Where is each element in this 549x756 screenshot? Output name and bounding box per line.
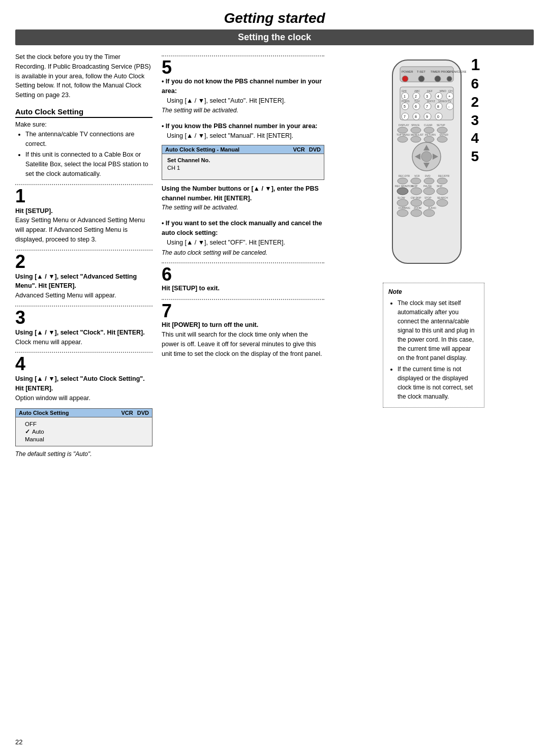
manual-dialog-title: Auto Clock Setting - Manual	[165, 146, 239, 153]
svg-text:MENULIST: MENULIST	[411, 133, 423, 136]
svg-point-75	[411, 178, 421, 184]
svg-text:2: 2	[415, 95, 417, 98]
svg-text:TOP MENU: TOP MENU	[396, 133, 410, 136]
svg-point-76	[424, 178, 434, 184]
dots-line-3	[15, 306, 152, 307]
manual-dialog-vcr-dvd: VCR DVD	[293, 146, 321, 153]
dots-line-6	[162, 262, 324, 263]
right-num-5: 5	[471, 148, 480, 165]
svg-point-8	[435, 76, 441, 82]
step-1-body: Easy Setting Menu or Advanced Setting Me…	[15, 216, 152, 244]
step-2-number: 2	[15, 253, 25, 271]
ch-value-row: CH 1	[167, 165, 319, 171]
bullet-manual-title: • If you want to set the clock manually …	[162, 219, 324, 238]
svg-text:STOP: STOP	[424, 196, 432, 199]
svg-point-77	[437, 178, 447, 184]
right-num-3: 3	[471, 112, 480, 129]
svg-text:PAUSE: PAUSE	[423, 185, 432, 188]
step-3-heading: Using [▲ / ▼], select "Clock". Hit [ENTE…	[15, 328, 152, 338]
make-sure-item-2: If this unit is connected to a Cable Box…	[25, 150, 152, 178]
right-num-1: 6	[471, 75, 479, 93]
note-title: Note	[388, 287, 479, 296]
svg-point-97	[397, 209, 408, 217]
svg-text:MNO: MNO	[440, 89, 447, 93]
note-item-2: If the current time is not displayed or …	[398, 365, 479, 401]
svg-text:CLEAR: CLEAR	[424, 124, 433, 127]
svg-point-9	[447, 76, 452, 81]
svg-point-74	[398, 178, 408, 184]
svg-text:5: 5	[404, 105, 406, 108]
svg-point-92	[423, 199, 435, 206]
svg-text:RETURN: RETURN	[425, 133, 436, 136]
page-title-bar: Getting started	[15, 10, 534, 26]
right-column: POWER T-SET TIMER PROG. OPEN/CLOSE GHI	[333, 52, 534, 408]
set-channel-row: Set Channel No.	[167, 157, 319, 163]
svg-point-98	[411, 209, 422, 217]
step-1-heading: Hit [SETUP].	[15, 206, 152, 216]
manual-dialog-body: Set Channel No. CH 1	[162, 154, 324, 179]
dots-line-4	[15, 352, 152, 353]
no-pbs-note: The setting will be activated.	[162, 107, 324, 114]
svg-text:WXYZ: WXYZ	[427, 100, 436, 103]
svg-text:OPEN/CLOSE: OPEN/CLOSE	[447, 70, 466, 73]
svg-text:SPACE: SPACE	[411, 124, 420, 127]
auto-clock-dialog: Auto Clock Setting VCR DVD OFF ✓ Auto Ma…	[15, 408, 152, 446]
auto-clock-title: Auto Clock Setting	[15, 107, 152, 118]
svg-text:REC/DTR: REC/DTR	[438, 174, 450, 177]
right-num-4: 4	[471, 130, 480, 147]
svg-point-90	[397, 199, 408, 206]
svg-text:DVD: DVD	[425, 174, 431, 177]
step-6-heading: Hit [SETUP] to exit.	[162, 284, 324, 293]
mid-column: 5 • If you do not know the PBS channel n…	[162, 52, 324, 365]
svg-point-60	[398, 136, 408, 142]
right-num-7: 1	[471, 55, 480, 74]
dots-line-5	[162, 55, 324, 56]
page-number: 22	[15, 738, 22, 746]
manual-dialog-titlebar: Auto Clock Setting - Manual VCR DVD	[162, 145, 324, 154]
page-container: Getting started Setting the clock Set th…	[0, 0, 549, 756]
svg-text:TUV: TUV	[414, 100, 420, 103]
step-1-block: 1 Hit [SETUP]. Easy Setting Menu or Adva…	[15, 184, 152, 245]
left-column: Set the clock before you try the Timer R…	[15, 52, 152, 458]
svg-text:GHI: GHI	[402, 89, 407, 93]
svg-text:ABC: ABC	[414, 89, 420, 93]
svg-point-38	[446, 103, 453, 110]
main-layout: Set the clock before you try the Timer R…	[15, 52, 534, 458]
svg-point-54	[424, 127, 434, 133]
step-4-body: Option window will appear.	[15, 394, 152, 403]
step-4-heading: Using [▲ / ▼], select "Auto Clock Settin…	[15, 374, 152, 394]
remote-control: POWER T-SET TIMER PROG. OPEN/CLOSE GHI	[387, 57, 466, 273]
svg-point-82	[397, 188, 408, 195]
make-sure-item-1: The antenna/cable TV connections are cor…	[25, 130, 152, 149]
step-3-block: 3 Using [▲ / ▼], select "Clock". Hit [EN…	[15, 306, 152, 347]
svg-text:9: 9	[426, 115, 428, 118]
step-7-body: This unit will search for the clock time…	[162, 330, 324, 358]
svg-text:ZOOM: ZOOM	[414, 206, 421, 209]
svg-text:7: 7	[404, 115, 406, 118]
dialog-titlebar: Auto Clock Setting VCR DVD	[16, 409, 152, 417]
enter-pbs-note: The setting will be activated.	[162, 204, 324, 211]
svg-text:8: 8	[437, 105, 439, 108]
intro-text: Set the clock before you try the Timer R…	[15, 52, 152, 100]
svg-text:SLOW: SLOW	[398, 196, 405, 199]
note-item-1: The clock may set itself automatically a…	[398, 298, 479, 362]
svg-point-52	[398, 127, 408, 133]
svg-text:ENTER: ENTER	[440, 133, 448, 136]
svg-text:PQRS: PQRS	[402, 100, 410, 103]
right-num-1-6: 6	[471, 75, 480, 93]
svg-text:VCR: VCR	[414, 174, 420, 177]
make-sure-list: The antenna/cable TV connections are cor…	[15, 130, 152, 179]
svg-text:SEARCH: SEARCH	[437, 196, 448, 199]
menu-off: OFF	[21, 420, 147, 428]
svg-point-6	[402, 76, 408, 82]
auto-clock-setting-section: Auto Clock Setting Make sure: The antenn…	[15, 107, 152, 179]
svg-text:+: +	[448, 95, 450, 98]
check-mark: ✓	[25, 428, 30, 435]
section-header: Setting the clock	[15, 29, 534, 45]
note-box: Note The clock may set itself automatica…	[383, 283, 484, 408]
svg-point-55	[437, 127, 447, 133]
no-pbs-instruction: Using [▲ / ▼], select "Auto". Hit [ENTER…	[162, 96, 324, 106]
svg-text:SETUP: SETUP	[437, 124, 445, 127]
svg-point-91	[411, 199, 422, 206]
step-5-number: 5	[162, 57, 172, 78]
